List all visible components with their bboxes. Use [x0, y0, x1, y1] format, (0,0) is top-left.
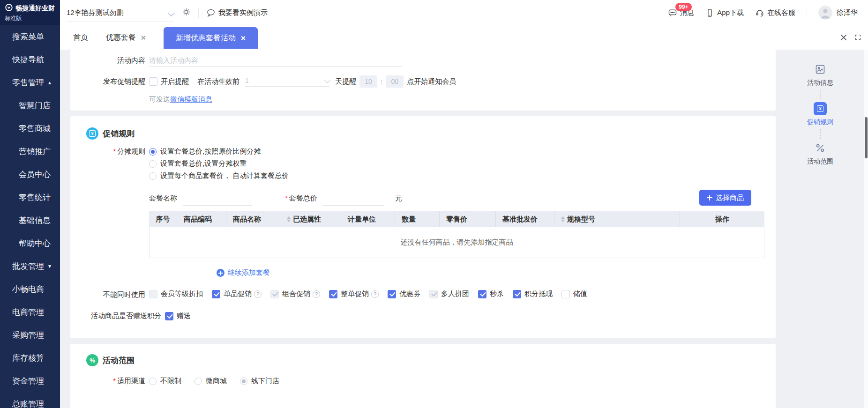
page-tab[interactable]: 首页 — [73, 25, 88, 50]
days-suffix-text: 天提醒 — [335, 77, 356, 86]
select-goods-button[interactable]: 选择商品 — [699, 190, 751, 206]
exclusive-option[interactable]: 储值 ? — [561, 289, 587, 298]
close-icon[interactable] — [840, 34, 847, 41]
page-tab[interactable]: 优惠套餐 — [106, 25, 146, 50]
gift-checkbox[interactable] — [165, 312, 173, 320]
sidebar-item[interactable]: 批发管理 ▼ — [0, 255, 60, 278]
sidebar-item[interactable]: 库存核算 — [0, 347, 60, 370]
table-column-header[interactable]: * 商品编码 — [177, 211, 226, 227]
online-support-button[interactable]: 在线客服 — [755, 8, 795, 17]
messages-badge: 99+ — [675, 3, 691, 11]
app-window: 畅捷通好业财 标准版 12李艳芬测试勿删 我要看实例演示 99+ — [0, 0, 868, 408]
table-column-header[interactable]: * 零售价 — [440, 211, 496, 227]
sidebar-item[interactable]: 搜索菜单 — [0, 25, 60, 48]
enable-reminder-checkbox[interactable] — [149, 77, 157, 86]
tabbar: 首页 优惠套餐 新增优惠套餐活动 — [60, 25, 868, 50]
split-rule-option[interactable]: 设置套餐总价,按照原价比例分摊 — [149, 147, 289, 156]
price-unit: 元 — [395, 194, 402, 206]
time-colon: : — [381, 78, 382, 86]
activity-scope-card: % 活动范围 *适用渠道 不限制 微商城 — [70, 344, 776, 408]
sidebar-item[interactable]: 资金管理 — [0, 370, 60, 393]
checkbox-icon — [513, 290, 521, 298]
sidebar-item[interactable]: 零售管理 ▲ — [0, 71, 60, 94]
channel-option[interactable]: 不限制 — [149, 377, 181, 386]
promo-rules-card: ¥ 促销规则 *分摊规则 设置套餐总价,按照原价比例分摊 — [70, 116, 776, 338]
table-column-header[interactable]: * 已选属性 — [280, 211, 341, 227]
table-column-header[interactable]: * 数量 — [395, 211, 440, 227]
sidebar-item[interactable]: 零售商城 — [0, 117, 60, 140]
brand-logo-icon — [5, 3, 13, 13]
anchor-activity-info[interactable]: 活动信息 — [807, 63, 833, 87]
sort-icon — [561, 216, 565, 222]
package-name-label: 套餐名称 — [149, 194, 177, 206]
exclusive-option[interactable]: 秒杀 ? — [478, 289, 504, 298]
package-price-input[interactable] — [323, 193, 384, 206]
exclusive-option[interactable]: 优惠券 ? — [388, 289, 420, 298]
activity-content-input[interactable] — [149, 54, 402, 67]
anchor-promo-rules[interactable]: ¥ 促销规则 — [807, 102, 833, 126]
help-icon[interactable]: ? — [313, 290, 320, 298]
help-icon[interactable]: ? — [254, 290, 262, 298]
exclusive-option[interactable]: 组合促销 ? — [270, 289, 320, 298]
package-name-input[interactable] — [183, 193, 252, 206]
page-tab[interactable]: 新增优惠套餐活动 — [164, 27, 258, 49]
fullscreen-icon[interactable] — [854, 34, 861, 42]
sidebar-item[interactable]: 会员中心 — [0, 163, 60, 186]
sidebar-item[interactable]: 总账管理 — [0, 393, 60, 408]
gift-points-row: 活动商品是否赠送积分 赠送 — [82, 312, 764, 320]
anchor-activity-scope[interactable]: 活动范围 — [807, 141, 833, 166]
split-rule-option[interactable]: 设置套餐总价,设置分摊权重 — [149, 159, 289, 168]
help-icon[interactable]: ? — [371, 290, 379, 298]
checkbox-icon — [212, 290, 220, 298]
messages-button[interactable]: 99+ 消息 — [668, 8, 694, 17]
hour-input[interactable]: 10 — [359, 75, 377, 88]
split-rule-row: *分摊规则 设置套餐总价,按照原价比例分摊 设置套餐总价,设置分摊权重 — [82, 147, 764, 180]
vertical-scrollbar[interactable] — [864, 42, 868, 408]
table-column-header[interactable]: * 序号 — [149, 211, 177, 227]
table-column-header[interactable]: * 基准批发价 — [496, 211, 554, 227]
sidebar-item[interactable]: 零售统计 — [0, 186, 60, 209]
table-column-header[interactable]: * 操作 — [680, 211, 764, 227]
scrollbar-thumb[interactable] — [865, 117, 868, 158]
close-tab-icon[interactable] — [240, 35, 246, 41]
table-column-header[interactable]: * 计量单位 — [341, 211, 395, 227]
brand-edition: 标准版 — [5, 15, 56, 22]
close-tab-icon[interactable] — [140, 35, 146, 40]
exclusive-option[interactable]: 整单促销 ? — [329, 289, 379, 298]
sidebar-item[interactable]: 营销推广 — [0, 140, 60, 163]
sidebar-item[interactable]: 帮助中心 — [0, 232, 60, 255]
sidebar-item[interactable]: 快捷导航 — [0, 48, 60, 71]
exclusive-option[interactable]: 多人拼团 ? — [429, 289, 469, 298]
gear-icon[interactable] — [182, 7, 191, 18]
sidebar-item[interactable]: 电商管理 — [0, 301, 60, 324]
radio-icon — [149, 378, 157, 385]
add-package-link[interactable]: 继续添加套餐 — [217, 268, 270, 277]
radio-icon — [195, 378, 202, 385]
channel-option[interactable]: 线下门店 — [240, 377, 279, 386]
promo-rules-header: ¥ 促销规则 — [86, 127, 764, 140]
promo-rules-title: 促销规则 — [103, 128, 135, 139]
sidebar: 搜索菜单 快捷导航 零售管理 ▲ 智慧门店 — [0, 25, 60, 408]
exclusive-option[interactable]: 会员等级折扣 ? — [149, 289, 203, 298]
split-rule-option[interactable]: 设置每个商品套餐价， 自动计算套餐总价 — [149, 171, 289, 180]
channel-option[interactable]: 微商城 — [195, 377, 227, 386]
minute-input[interactable]: 00 — [386, 75, 404, 88]
sidebar-item[interactable]: 智慧门店 — [0, 94, 60, 117]
app-download-button[interactable]: App下载 — [705, 8, 744, 17]
user-menu[interactable]: 徐泽华 — [818, 6, 858, 20]
days-select[interactable]: 1 — [245, 77, 329, 87]
exclusive-option[interactable]: 积分抵现 ? — [513, 289, 553, 298]
table-column-header[interactable]: * 规格型号 — [554, 211, 680, 227]
workspace-select[interactable]: 12李艳芬测试勿删 — [67, 8, 173, 22]
sidebar-item[interactable]: 基础信息 — [0, 209, 60, 232]
demo-link[interactable]: 我要看实例演示 — [206, 8, 268, 17]
activity-scope-title: 活动范围 — [103, 355, 135, 366]
avatar — [818, 6, 832, 20]
sidebar-item[interactable]: 小畅电商 — [0, 278, 60, 301]
wechat-prefix-text: 可发送 — [149, 95, 170, 103]
sidebar-item[interactable]: 采购管理 — [0, 324, 60, 347]
promo-reminder-label: 发布促销提醒 — [82, 77, 145, 86]
wechat-template-link[interactable]: 微信模版消息 — [170, 95, 212, 103]
exclusive-option[interactable]: 单品促销 ? — [212, 289, 262, 298]
table-column-header[interactable]: * 商品名称 — [226, 211, 280, 227]
